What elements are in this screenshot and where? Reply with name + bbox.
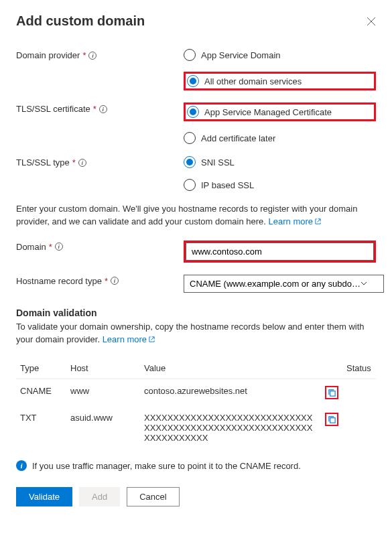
radio-managed-cert[interactable]: App Service Managed Certificate (187, 106, 332, 118)
validation-text: To validate your domain ownership, copy … (16, 321, 376, 346)
table-row: TXT asuid.www XXXXXXXXXXXXXXXXXXXXXXXXXX… (16, 406, 376, 450)
info-icon: i (16, 460, 27, 471)
required-asterisk: * (49, 242, 52, 252)
info-icon[interactable]: i (88, 52, 96, 60)
validation-heading: Domain validation (16, 308, 376, 318)
table-row: CNAME www contoso.azurewebsites.net (16, 379, 376, 407)
info-icon[interactable]: i (111, 277, 119, 285)
required-asterisk: * (82, 50, 86, 60)
copy-icon[interactable] (325, 413, 338, 426)
page-title: Add custom domain (16, 13, 145, 29)
record-type-select[interactable]: CNAME (www.example.com or any subdo… (184, 275, 384, 293)
note-text: If you use traffic manager, make sure to… (32, 461, 301, 471)
domain-input[interactable] (186, 243, 374, 261)
intro-text: Enter your custom domain. We'll give you… (16, 203, 376, 228)
learn-more-link[interactable]: Learn more (269, 216, 322, 226)
radio-app-service-domain[interactable]: App Service Domain (184, 49, 376, 61)
info-icon[interactable]: i (99, 105, 107, 113)
radio-all-other-domain[interactable]: All other domain services (187, 75, 302, 87)
svg-rect-2 (330, 391, 334, 396)
add-button: Add (79, 487, 120, 506)
copy-icon[interactable] (325, 386, 338, 399)
svg-rect-3 (330, 418, 334, 423)
radio-ip-ssl[interactable]: IP based SSL (184, 179, 376, 191)
close-icon[interactable] (367, 17, 376, 26)
cancel-button[interactable]: Cancel (127, 487, 179, 506)
tls-cert-label: TLS/SSL certificate (16, 104, 90, 114)
info-icon[interactable]: i (55, 243, 63, 251)
radio-sni-ssl[interactable]: SNI SSL (184, 156, 376, 168)
validate-button[interactable]: Validate (16, 487, 72, 506)
learn-more-link-2[interactable]: Learn more (103, 334, 155, 344)
required-asterisk: * (105, 276, 108, 286)
radio-cert-later[interactable]: Add certificate later (184, 132, 376, 144)
tls-type-label: TLS/SSL type (16, 157, 70, 167)
required-asterisk: * (72, 157, 76, 167)
record-type-label: Hostname record type (16, 276, 102, 286)
domain-provider-label: Domain provider (16, 50, 80, 60)
chevron-down-icon (361, 280, 367, 287)
info-icon[interactable]: i (78, 159, 86, 167)
domain-label: Domain (16, 242, 46, 252)
required-asterisk: * (93, 104, 96, 114)
validation-table: Type Host Value Status CNAME www contoso… (16, 358, 376, 450)
